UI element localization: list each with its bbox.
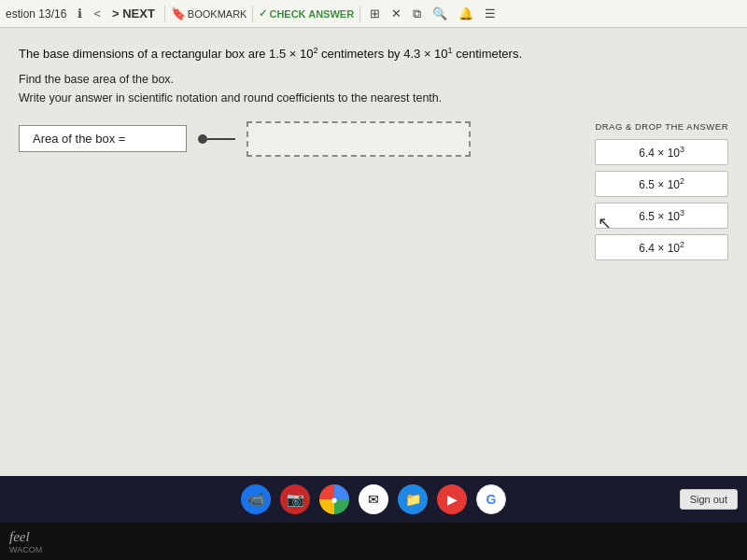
- taskbar: 📹 📷 ● ✉ 📁 ▶ G: [0, 476, 747, 523]
- search-button[interactable]: 🔍: [429, 5, 451, 22]
- info-button[interactable]: ℹ: [74, 5, 86, 22]
- google-icon: G: [486, 492, 497, 507]
- area-label: Area of the box =: [19, 125, 187, 152]
- drag-drop-panel: DRAG & DROP THE ANSWER 6.4 × 103 6.5 × 1…: [595, 121, 728, 266]
- sign-out-area: Sign out: [680, 476, 738, 523]
- files-taskbar-icon[interactable]: 📁: [398, 484, 428, 514]
- camera-icon: 📷: [287, 491, 304, 508]
- copy-button[interactable]: ⧉: [409, 5, 425, 23]
- drag-drop-label: DRAG & DROP THE ANSWER: [595, 121, 728, 132]
- bell-button[interactable]: 🔔: [455, 5, 477, 22]
- prev-button[interactable]: <: [90, 5, 105, 22]
- grid-button[interactable]: ⊞: [366, 5, 384, 22]
- bottom-strip: feel WACOM: [0, 523, 747, 560]
- close-button[interactable]: ✕: [388, 5, 405, 22]
- drop-target[interactable]: [247, 121, 471, 157]
- question-line2: Find the base area of the box.: [19, 73, 728, 86]
- play-taskbar-icon[interactable]: ▶: [437, 484, 467, 514]
- chrome-icon: ●: [331, 493, 338, 507]
- bookmark-icon: 🔖: [171, 7, 186, 21]
- sign-out-button[interactable]: Sign out: [680, 489, 738, 510]
- separator-1: [164, 6, 165, 22]
- gmail-taskbar-icon[interactable]: ✉: [359, 484, 388, 514]
- question-counter: estion 13/16: [6, 7, 66, 21]
- toolbar: estion 13/16 ℹ < > NEXT 🔖 BOOKMARK ✓ CHE…: [0, 0, 747, 28]
- question-line3: Write your answer in scientific notation…: [19, 91, 728, 105]
- meet-icon: 📹: [247, 491, 265, 508]
- chrome-taskbar-icon[interactable]: ●: [319, 484, 349, 514]
- drag-option-1[interactable]: 6.5 × 102: [595, 171, 728, 197]
- checkmark-icon: ✓: [259, 7, 267, 20]
- drag-option-0[interactable]: 6.4 × 103: [595, 139, 728, 165]
- connector-dot: [198, 134, 207, 144]
- separator-2: [252, 6, 253, 22]
- bookmark-button[interactable]: 🔖 BOOKMARK: [171, 7, 247, 21]
- check-answer-button[interactable]: ✓ CHECK ANSWER: [259, 7, 354, 20]
- gmail-icon: ✉: [368, 492, 379, 507]
- separator-3: [359, 6, 360, 22]
- question-line1: The base dimensions of a rectangular box…: [19, 45, 728, 63]
- wacom-brand: feel WACOM: [9, 528, 42, 554]
- menu-button[interactable]: ☰: [481, 5, 500, 22]
- connector-bar: [207, 138, 235, 140]
- files-icon: 📁: [405, 492, 421, 507]
- connector: [198, 134, 235, 144]
- main-content: The base dimensions of a rectangular box…: [0, 28, 747, 476]
- drag-option-3[interactable]: 6.4 × 102: [595, 234, 728, 260]
- next-button[interactable]: > NEXT: [108, 5, 159, 22]
- info-icon: ℹ: [78, 7, 82, 21]
- camera-taskbar-icon[interactable]: 📷: [280, 484, 310, 514]
- meet-taskbar-icon[interactable]: 📹: [241, 484, 271, 514]
- play-icon: ▶: [447, 492, 458, 507]
- google-taskbar-icon[interactable]: G: [476, 484, 506, 514]
- drag-option-2[interactable]: 6.5 × 103: [595, 203, 728, 229]
